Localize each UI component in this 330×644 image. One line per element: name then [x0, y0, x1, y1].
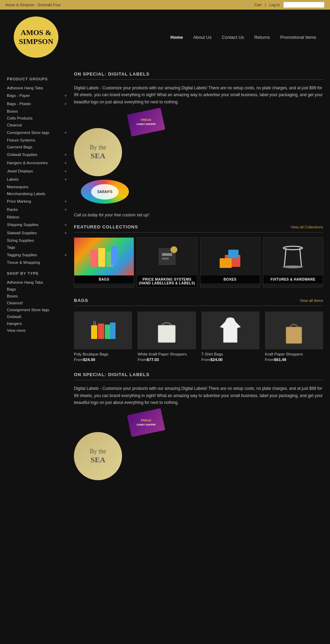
site-name: Amos & Simpson - Emerald Four — [6, 3, 61, 7]
nav-returns[interactable]: Returns — [254, 35, 270, 40]
sidebar-product-group-item[interactable]: Slatwall Supplies+ — [7, 229, 67, 237]
kraft-shoppers-price: From$61.49 — [265, 358, 323, 362]
sidebar-product-group-item[interactable]: Fixture Systems — [7, 137, 67, 144]
sidebar-shop-by-type-item[interactable]: Hangers — [7, 320, 67, 327]
sidebar-product-group-item[interactable]: Cello Products — [7, 115, 67, 122]
sidebar-shop-by-type-item[interactable]: Adhesive Hang Tabs — [7, 279, 67, 286]
special-section-title: ON SPECIAL: DIGITAL LABELS — [74, 71, 323, 80]
nav-about[interactable]: About Us — [193, 35, 211, 40]
bags-title: BAGS — [74, 298, 88, 303]
search-input[interactable] — [283, 2, 324, 8]
svg-rect-16 — [98, 324, 104, 339]
main-nav: Home About Us Contact Us Returns Promoti… — [170, 35, 316, 40]
sidebar-product-group-item[interactable]: Labels+ — [7, 175, 67, 183]
svg-line-12 — [284, 248, 286, 267]
logo[interactable]: AMOS &SIMPSON — [14, 16, 58, 58]
bottom-special-title: ON SPECIAL: DIGITAL LABELS — [74, 372, 323, 380]
nav-promotional[interactable]: Promotional Items — [280, 35, 316, 40]
fixtures-label: FIXTURES & HARDWARE — [263, 275, 323, 283]
bags-collection-img — [74, 238, 134, 275]
view-all-collections[interactable]: View all Collections — [290, 225, 323, 229]
sidebar-product-group-item[interactable]: Ribbon — [7, 214, 67, 221]
cart-icon[interactable]: 🛒 — [246, 3, 251, 7]
sidebar-product-group-item[interactable]: Garment Bags — [7, 144, 67, 150]
kraft-shoppers-name: Kraft Paper Shoppers — [265, 352, 323, 356]
product-white-kraft[interactable]: White Kraft Paper Shoppers From$77.03 — [138, 312, 196, 362]
login-link[interactable]: Log In — [269, 3, 280, 7]
sarahs-label-img: SARAH'S — [81, 180, 129, 204]
svg-rect-22 — [286, 327, 302, 343]
poly-boutique-price: From$24.00 — [74, 358, 132, 362]
svg-rect-10 — [228, 250, 239, 258]
sidebar-product-group-item[interactable]: Hangers & Accessories+ — [7, 159, 67, 167]
special-section-body: Digital Labels - Customize your products… — [74, 84, 323, 105]
collection-price-marking[interactable]: Price Marking Systems (Hand Labellers & … — [137, 237, 197, 287]
sidebar-product-group-item[interactable]: Sizing Supplies — [7, 237, 67, 244]
product-kraft-shoppers[interactable]: Kraft Paper Shoppers From$61.49 — [265, 312, 323, 362]
special-section: ON SPECIAL: DIGITAL LABELS Digital Label… — [74, 71, 323, 217]
product-groups-title: PRODUCT GROUPS — [7, 77, 67, 81]
bags-label: BAGS — [74, 275, 134, 283]
sidebar-product-group-item[interactable]: Adhesive Hang Tabs — [7, 84, 67, 91]
product-groups-list: Adhesive Hang TabsBags - Paper+Bags - Pl… — [7, 84, 67, 266]
sidebar-product-group-item[interactable]: Merchandising Labels — [7, 190, 67, 197]
featured-collections-section: FEATURED COLLECTIONS View all Collection… — [74, 224, 323, 287]
sidebar-product-group-item[interactable]: Tissue & Wrapping — [7, 259, 67, 266]
white-kraft-img — [138, 312, 196, 349]
logo-text: AMOS &SIMPSON — [19, 28, 53, 46]
svg-rect-5 — [162, 253, 172, 256]
white-kraft-name: White Kraft Paper Shoppers — [138, 352, 196, 356]
sidebar-product-group-item[interactable]: Bags - Paper+ — [7, 91, 67, 100]
tshirt-price: From$24.00 — [201, 358, 260, 362]
collection-boxes[interactable]: BOXES — [200, 237, 260, 287]
sidebar-shop-by-type-item[interactable]: Boxes — [7, 293, 67, 300]
top-bar: Amos & Simpson - Emerald Four 🛒 Cart | L… — [0, 0, 330, 10]
shop-by-type-title: SHOP BY TYPE — [7, 271, 67, 275]
sidebar-product-group-item[interactable]: Tags — [7, 244, 67, 251]
digital-labels-images: FREAKCANDY SHOPPE By theSEA SARAH'S — [74, 111, 323, 207]
price-marking-label: Price Marking Systems (Hand Labellers & … — [137, 275, 197, 287]
sidebar-product-group-item[interactable]: Shipping Supplies+ — [7, 221, 67, 229]
sidebar-product-group-item[interactable]: Boxes — [7, 108, 67, 115]
svg-rect-6 — [162, 258, 169, 260]
svg-line-13 — [300, 248, 301, 267]
svg-rect-0 — [90, 250, 97, 267]
boxes-img — [200, 238, 260, 275]
featured-collections-title: FEATURED COLLECTIONS — [74, 224, 138, 229]
bottom-sea-label: By theSEA — [74, 432, 122, 480]
sidebar-product-group-item[interactable]: Price Marking+ — [7, 197, 67, 205]
nav-home[interactable]: Home — [170, 35, 183, 40]
product-tshirt[interactable]: T-Shirt Bags From$24.00 — [201, 312, 260, 362]
sidebar-shop-by-type-item[interactable]: View more — [7, 327, 67, 334]
sidebar-shop-by-type-item[interactable]: Gridwall — [7, 313, 67, 320]
sidebar-product-group-item[interactable]: Jewel Displays+ — [7, 167, 67, 175]
bags-header: BAGS View all Items — [74, 298, 323, 306]
header: AMOS &SIMPSON Home About Us Contact Us R… — [0, 10, 330, 65]
poly-boutique-img — [74, 312, 132, 349]
price-marking-img — [137, 238, 197, 275]
collection-bags[interactable]: BAGS — [74, 237, 134, 287]
boxes-label: BOXES — [200, 275, 260, 283]
view-all-bags[interactable]: View all Items — [300, 298, 323, 303]
content-area: PRODUCT GROUPS Adhesive Hang TabsBags - … — [0, 65, 330, 494]
sidebar-shop-by-type-item[interactable]: Clearout! — [7, 300, 67, 306]
tshirt-img — [201, 312, 260, 349]
svg-rect-3 — [111, 246, 117, 265]
sidebar-product-group-item[interactable]: Tagging Supplies+ — [7, 251, 67, 259]
call-text: Call us today for your free custom set u… — [74, 213, 323, 217]
sidebar-product-group-item[interactable]: Clearout — [7, 122, 67, 128]
product-poly-boutique[interactable]: Poly Boutique Bags From$24.00 — [74, 312, 132, 362]
sidebar-product-group-item[interactable]: Racks+ — [7, 205, 67, 214]
collection-fixtures[interactable]: FIXTURES & HARDWARE — [263, 237, 323, 287]
sea-label-img: By theSEA — [74, 128, 122, 176]
nav-contact[interactable]: Contact Us — [222, 35, 244, 40]
sidebar-product-group-item[interactable]: Consignment Store tags+ — [7, 128, 67, 137]
sidebar-product-group-item[interactable]: Mannequins — [7, 183, 67, 190]
sidebar-product-group-item[interactable]: Bags - Plastic+ — [7, 100, 67, 108]
sidebar-product-group-item[interactable]: Gridwall Supplies+ — [7, 150, 67, 159]
sidebar-shop-by-type-item[interactable]: Bags — [7, 286, 67, 293]
cart-link[interactable]: Cart — [254, 3, 262, 7]
tshirt-name: T-Shirt Bags — [201, 352, 260, 356]
sidebar-shop-by-type-item[interactable]: Consignment Store tags — [7, 306, 67, 313]
featured-header: FEATURED COLLECTIONS View all Collection… — [74, 224, 323, 233]
